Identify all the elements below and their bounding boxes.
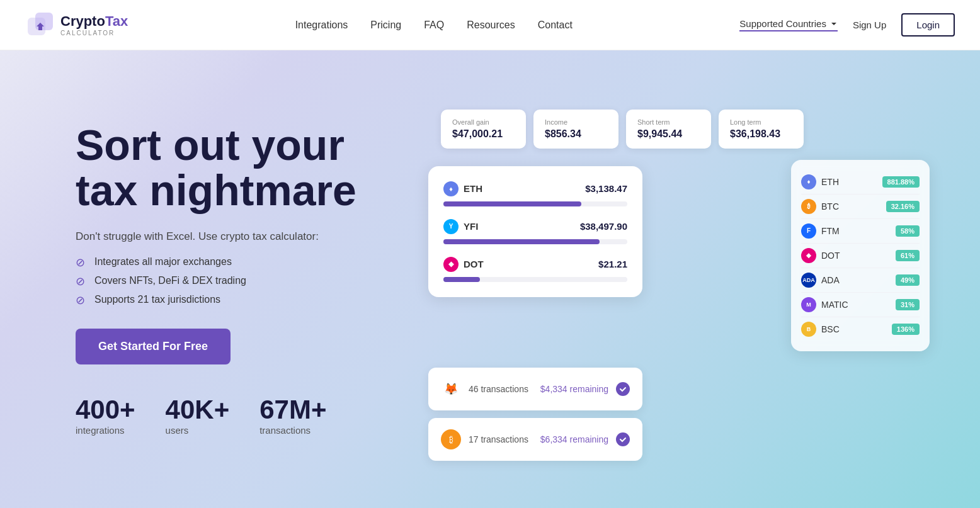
nav-integrations[interactable]: Integrations (295, 20, 348, 31)
bsc-list-icon: B (801, 322, 816, 337)
tx1-check-icon (616, 382, 630, 396)
coin-list-row-matic: M MATIC 31% (801, 293, 920, 317)
feature-item-2: ⊘ Covers NFTs, DeFi & DEX trading (76, 274, 403, 287)
tx2-check-icon (616, 432, 630, 446)
stat-integrations: 400+ integrations (76, 395, 135, 436)
logo-icon (25, 10, 55, 40)
navbar: CryptoTax CALCULATOR Integrations Pricin… (0, 0, 980, 50)
dot-icon: ◆ (443, 257, 459, 272)
nav-resources[interactable]: Resources (467, 20, 515, 31)
hero-title: Sort out your tax nightmare (76, 123, 403, 213)
feature-item-1: ⊘ Integrates all major exchanges (76, 256, 403, 268)
eth-badge: 881.88% (882, 176, 920, 188)
stat-card-income: Income $856.34 (533, 110, 618, 149)
coin-list-row-dot: ◆ DOT 61% (801, 244, 920, 268)
stat-card-short: Short term $9,945.44 (626, 110, 711, 149)
ftm-list-icon: F (801, 223, 816, 239)
logo-subtext: CALCULATOR (60, 30, 128, 37)
countries-label: Supported Countries (739, 18, 826, 29)
coin-list-row-bsc: B BSC 136% (801, 317, 920, 341)
feature-list: ⊘ Integrates all major exchanges ⊘ Cover… (76, 256, 403, 306)
nav-faq[interactable]: FAQ (424, 20, 444, 31)
coin-list-row-ftm: F FTM 58% (801, 219, 920, 244)
cta-button[interactable]: Get Started For Free (76, 329, 231, 364)
nav-links: Integrations Pricing FAQ Resources Conta… (295, 20, 573, 31)
portfolio-row-eth: ♦ ETH $3,138.47 (443, 181, 627, 206)
eth-list-icon: ♦ (801, 174, 816, 189)
stat-card-long: Long term $36,198.43 (719, 110, 804, 149)
hero-content: Sort out your tax nightmare Don't strugg… (76, 123, 403, 436)
nav-right: Supported Countries Sign Up Login (739, 13, 955, 37)
hero-subtitle: Don't struggle with Excel. Use crypto ta… (76, 230, 403, 243)
tx2-icon: ₿ (441, 429, 461, 449)
signup-link[interactable]: Sign Up (853, 20, 886, 30)
yfi-icon: Y (443, 219, 459, 234)
eth-icon: ♦ (443, 181, 459, 196)
hero-section: Sort out your tax nightmare Don't strugg… (0, 50, 980, 508)
dot-list-icon: ◆ (801, 248, 816, 263)
portfolio-card: ♦ ETH $3,138.47 Y YFI $38,497.90 (428, 166, 642, 297)
dot-badge: 61% (896, 250, 920, 261)
ada-list-icon: ADA (801, 273, 816, 288)
stats-row: 400+ integrations 40K+ users 67M+ transa… (76, 395, 403, 436)
matic-badge: 31% (896, 299, 920, 310)
matic-list-icon: M (801, 297, 816, 312)
coin-list-row-btc: ₿ BTC 32.16% (801, 195, 920, 219)
tx1-icon: 🦊 (441, 379, 461, 399)
portfolio-row-yfi: Y YFI $38,497.90 (443, 219, 627, 244)
coin-list-panel: ♦ ETH 881.88% ₿ BTC 32.16% F FTM 58% (791, 160, 930, 351)
coin-list-row-eth: ♦ ETH 881.88% (801, 170, 920, 195)
nav-pricing[interactable]: Pricing (370, 20, 401, 31)
bsc-badge: 136% (892, 324, 920, 335)
stat-transactions: 67M+ transactions (259, 395, 326, 436)
stat-card-gain: Overall gain $47,000.21 (441, 110, 526, 149)
logo[interactable]: CryptoTax CALCULATOR (25, 10, 128, 40)
stat-users: 40K+ users (166, 395, 230, 436)
chevron-down-icon (830, 20, 838, 28)
nav-contact[interactable]: Contact (538, 20, 573, 31)
logo-text: CryptoTax (60, 13, 128, 30)
check-icon-2: ⊘ (76, 274, 88, 287)
btc-list-icon: ₿ (801, 199, 816, 214)
hero-mockup: Overall gain $47,000.21 Income $856.34 S… (403, 91, 930, 468)
supported-countries-dropdown[interactable]: Supported Countries (739, 18, 838, 31)
svg-rect-1 (35, 13, 53, 30)
transaction-row-2: ₿ 17 transactions $6,334 remaining (428, 418, 642, 461)
transaction-row-1: 🦊 46 transactions $4,334 remaining (428, 368, 642, 410)
btc-badge: 32.16% (886, 201, 920, 212)
ftm-badge: 58% (896, 225, 920, 237)
stats-cards-row: Overall gain $47,000.21 Income $856.34 S… (441, 110, 804, 149)
login-button[interactable]: Login (901, 13, 955, 37)
portfolio-row-dot: ◆ DOT $21.21 (443, 257, 627, 282)
feature-item-3: ⊘ Supports 21 tax jurisdictions (76, 293, 403, 306)
check-icon-1: ⊘ (76, 256, 88, 268)
ada-badge: 49% (896, 274, 920, 286)
check-icon-3: ⊘ (76, 293, 88, 306)
coin-list-row-ada: ADA ADA 49% (801, 268, 920, 293)
